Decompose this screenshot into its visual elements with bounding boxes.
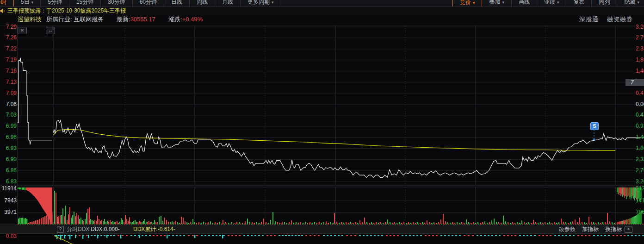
tab-period-分时[interactable]: 分时 <box>0 0 14 7</box>
tool-叠加[interactable]: 叠加▾ <box>482 0 512 6</box>
tab-period-更多周期[interactable]: 更多周期▾ <box>241 0 281 6</box>
price-axis-label: 7.26 <box>0 35 17 41</box>
percent-axis-label: 2.33 <box>636 46 644 52</box>
chevron-down-icon: ▾ <box>557 0 559 5</box>
price-axis-label: 7.16 <box>0 68 17 74</box>
tool-复盘[interactable]: 复盘 <box>566 0 592 6</box>
latest-price-value: 30555.17 <box>130 16 155 23</box>
tag-shengutong[interactable]: 深股通 <box>579 16 599 23</box>
period-toolbar: 分时5日▾5分钟15分钟30分钟60分钟日线周线月线更多周期▾ 竞价▾叠加▾画线… <box>0 0 644 7</box>
chevron-down-icon: ▾ <box>473 0 475 5</box>
news-bar: 三季报预披露：于2025-10-30披露2025年三季报 <box>0 7 644 15</box>
tab-period-日线[interactable]: 日线 <box>164 0 190 6</box>
tool-画线[interactable]: 画线 <box>512 0 537 6</box>
switch-indicator-button[interactable]: 换指标 <box>605 225 622 233</box>
volume-axis-label: 11914 <box>0 186 17 192</box>
ddx-cumulative-value: DDX累计:-0.614- <box>133 225 175 233</box>
percent-axis-label: 2.79 <box>636 35 644 41</box>
resize-horizontal-icon[interactable]: ↔ <box>46 27 55 34</box>
price-axis-label: 7.09 <box>0 90 17 96</box>
tool-竞价[interactable]: 竞价▾ <box>452 0 483 7</box>
market-tags: 深股通融资融券 <box>571 15 633 24</box>
industry-label[interactable]: 所属行业: 互联网服务 <box>46 15 104 24</box>
change-params-button[interactable]: 改参数 <box>559 225 576 233</box>
tab-period-30分钟[interactable]: 30分钟 <box>101 0 132 6</box>
percent-axis-label: 1.86 <box>636 57 644 63</box>
percent-axis-label: 0.93 <box>636 123 644 129</box>
chevron-down-icon: ▾ <box>272 0 274 5</box>
price-axis-label: 7.22 <box>0 46 17 52</box>
volume-amount-label: 706 <box>636 209 644 215</box>
percent-axis-label: 0.47 <box>636 90 644 96</box>
price-axis-label: 7.13 <box>0 79 17 85</box>
percent-axis-label: 1.86 <box>636 145 644 151</box>
stock-name[interactable]: 遥望科技 <box>18 15 42 24</box>
period-tabs: 分时5日▾5分钟15分钟30分钟60分钟日线周线月线更多周期▾ <box>0 0 281 7</box>
percent-axis-label: 0.00 <box>636 101 644 107</box>
close-indicator-icon[interactable]: × <box>625 226 632 233</box>
percent-axis-label: 0.47 <box>636 112 644 118</box>
chevron-down-icon: ▾ <box>31 0 34 5</box>
volume-axis-label: 7943 <box>0 198 17 204</box>
stock-app-window: 分时5日▾5分钟15分钟30分钟60分钟日线周线月线更多周期▾ 竞价▾叠加▾画线… <box>0 0 644 244</box>
ddx-value: DDX:0.000- <box>91 225 120 233</box>
percent-axis-label: 1.40 <box>636 68 644 74</box>
tab-period-60分钟[interactable]: 60分钟 <box>133 0 164 6</box>
price-axis-label: 6.99 <box>0 123 17 129</box>
toolbar-tools: 竞价▾叠加▾画线业绩▾复盘同列隐藏▾ <box>452 0 644 7</box>
price-axis-label: 7.29 <box>0 24 17 30</box>
sell-signal-marker[interactable]: S <box>590 122 599 130</box>
percent-axis-label: 3.26 <box>636 179 644 185</box>
indicator-name[interactable]: 分时DDX <box>67 225 89 233</box>
tab-period-15分钟[interactable]: 15分钟 <box>69 0 101 6</box>
announcement-horn-icon <box>0 8 5 14</box>
volume-amount-label: 1413 <box>636 198 644 204</box>
chevron-down-icon: ▾ <box>502 0 504 5</box>
tab-period-周线[interactable]: 周线 <box>190 0 215 6</box>
price-axis-label: 7.03 <box>0 112 17 118</box>
change-percent-value: +0.49% <box>182 16 203 23</box>
volume-axis-label: 3971 <box>0 209 17 215</box>
latest-price: 最新:30555.17 <box>117 15 155 24</box>
stock-info-bar: 遥望科技 所属行业: 互联网服务 最新:30555.17 涨跌:+0.49% 深… <box>0 15 644 24</box>
tab-period-5日[interactable]: 5日▾ <box>14 0 41 6</box>
price-axis-label: 6.83 <box>0 179 17 185</box>
tag-rongzirongquan[interactable]: 融资融券 <box>607 16 633 23</box>
percent-axis-label: 2.79 <box>636 168 644 174</box>
indicator-actions: 改参数 加指标 换指标 <box>559 225 622 233</box>
volume-amount-label: 2120 <box>636 186 644 192</box>
news-text[interactable]: 三季报预披露：于2025-10-30披露2025年三季报 <box>7 7 126 15</box>
price-axis-label: 6.96 <box>0 134 17 140</box>
change-percent: 涨跌:+0.49% <box>168 15 203 24</box>
price-axis-tag: 7 <box>625 79 644 86</box>
percent-axis-label: 1.40 <box>636 134 644 140</box>
indicator-bar: ? 分时DDX DDX:0.000- DDX累计:-0.614- 改参数 加指标… <box>0 225 644 234</box>
percent-axis-label: 3.26 <box>636 24 644 30</box>
price-axis-label: 7.06 <box>0 101 17 107</box>
tab-period-5分钟[interactable]: 5分钟 <box>41 0 69 6</box>
intraday-chart-canvas[interactable] <box>0 0 644 244</box>
ddx-axis-label: 0.03 <box>0 233 17 239</box>
percent-axis-label: 2.33 <box>636 156 644 163</box>
price-axis-label: 7.19 <box>0 57 17 63</box>
price-axis-label: 6.86 <box>0 168 17 174</box>
price-axis-label: 6.90 <box>0 156 17 163</box>
tool-隐藏[interactable]: 隐藏▾ <box>617 0 644 6</box>
add-indicator-button[interactable]: 加指标 <box>582 225 599 233</box>
tool-业绩[interactable]: 业绩▾ <box>537 0 567 6</box>
indicator-help-icon[interactable]: ? <box>57 226 64 233</box>
chevron-down-icon: ▾ <box>637 0 639 5</box>
price-axis-label: 6.93 <box>0 145 17 151</box>
tool-同列[interactable]: 同列 <box>592 0 617 6</box>
close-chart-icon[interactable]: ✕ <box>18 27 27 34</box>
tab-period-月线[interactable]: 月线 <box>215 0 241 6</box>
